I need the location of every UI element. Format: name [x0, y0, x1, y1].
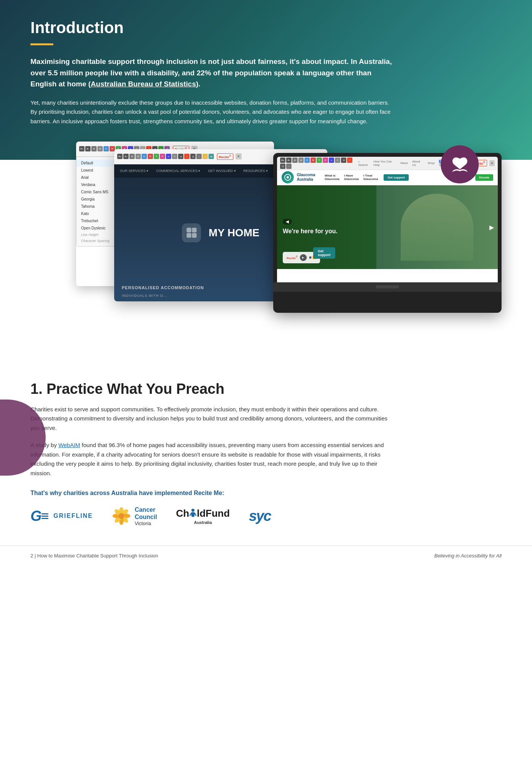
close-btn-glaucoma[interactable]: ✕ [489, 160, 495, 166]
glaucoma-logo: GlaucomaAustralia [282, 171, 315, 183]
myhome-subtitle: INDIVIDUALS WITH D... [122, 294, 167, 298]
intro-normal-paragraph: Yet, many charities unintentionally excl… [30, 98, 396, 126]
cancer-council-logo: CancerCouncil Victoria [112, 506, 157, 526]
svg-rect-0 [186, 228, 191, 232]
childfund-main-text: Ch ldFund [176, 508, 230, 519]
heart-hand-icon [441, 145, 479, 183]
griefline-name: GRIEFLINE [54, 513, 93, 519]
page-footer: 2 | How to Maximise Charitable Support T… [0, 545, 532, 565]
charities-label: That's why charities across Australia ha… [30, 490, 502, 497]
section-1: 1. Practice What You Preach Charities ex… [0, 362, 532, 545]
griefline-logo: G GRIEFLINE [30, 509, 93, 523]
laptop-notch [376, 285, 399, 288]
glaucoma-logo-circle [282, 171, 294, 183]
myhome-nav-ourservices[interactable]: OUR SERVICES ▾ [120, 169, 148, 173]
cancer-council-title: CancerCouncil [135, 506, 157, 521]
section-1-para2: A study by WebAIM found that 96.3% of ho… [30, 441, 396, 478]
childfund-text: Ch ldFund Australia [176, 508, 230, 525]
glaucoma-getsupport-btn[interactable]: Get support [384, 174, 408, 181]
svg-point-15 [191, 509, 194, 512]
myhome-logo-area: MY HOME [182, 223, 259, 242]
glaucoma-nav-whatis[interactable]: What isGlaucoma [325, 174, 339, 181]
svg-rect-3 [192, 233, 196, 238]
childfund-logo: Ch ldFund Australia [176, 508, 230, 525]
close-btn-myhome[interactable]: ✕ [236, 153, 242, 159]
section-1-para1: Charities exist to serve and support com… [30, 405, 396, 433]
glaucoma-name: GlaucomaAustralia [297, 173, 315, 182]
heading-underline [30, 43, 53, 45]
myhome-logo-text: MY HOME [209, 227, 259, 239]
webaim-link[interactable]: WebAIM [58, 442, 80, 448]
myhome-nav-getinvolved[interactable]: GET INVOLVED ▾ [208, 169, 236, 173]
cancer-council-text: CancerCouncil Victoria [135, 506, 157, 526]
hero-next-arrow[interactable]: ▶ [489, 223, 494, 231]
myhome-icon [182, 223, 201, 242]
myhome-bottom-text: PERSONALISED ACCOMMODATION [122, 285, 204, 290]
glaucoma-hero-image [376, 185, 498, 269]
cancer-council-subtitle: Victoria [135, 521, 157, 526]
myhome-nav-resources[interactable]: RESOURCES ▾ [244, 169, 268, 173]
glaucoma-hero-text: ◀ We're here for you. [283, 219, 338, 236]
play-btn[interactable]: ▶ [300, 254, 307, 261]
glaucoma-nav-links: What isGlaucoma I HaveGlaucoma I TreatGl… [325, 174, 378, 181]
childfund-child-icon [190, 508, 196, 519]
svg-point-14 [118, 513, 124, 519]
svg-point-5 [287, 176, 289, 178]
screenshot-showcase: A+ A- A A C R T F + ≡ ○ □ ☆ ↩ ⬡ Recite® [30, 142, 502, 317]
svg-line-16 [190, 513, 191, 516]
footer-tagline: Believing in Accessibility for All [434, 553, 502, 559]
svg-line-17 [195, 513, 196, 516]
recite-logo-myhome: Recite® [217, 153, 233, 160]
intro-heading: Introduction [30, 19, 502, 37]
glaucoma-nav-itreat[interactable]: I TreatGlaucoma [363, 174, 378, 181]
syc-logo: syc [249, 508, 271, 524]
svg-rect-2 [186, 233, 191, 238]
section-1-heading: 1. Practice What You Preach [30, 381, 502, 397]
charity-logos-row: G GRIEFLINE [30, 506, 502, 526]
svg-rect-1 [192, 228, 196, 232]
intro-bold-paragraph: Maximising charitable support through in… [30, 56, 396, 89]
glaucoma-nav-ihave[interactable]: I HaveGlaucoma [344, 174, 359, 181]
griefline-g-letter: G [30, 509, 42, 523]
footer-page-info: 2 | How to Maximise Charitable Support T… [30, 553, 158, 559]
glaucoma-donate-btn[interactable]: Donate [475, 174, 493, 181]
abs-link[interactable]: Australian Bureau of Statistics [91, 80, 196, 88]
childfund-australia-text: Australia [176, 520, 230, 525]
cancer-council-flower-icon [112, 506, 131, 525]
syc-logo-text: syc [249, 508, 271, 524]
glaucoma-hero: ◀ We're here for you. ▶ Recite® ▶ ◼ ⏩ [277, 185, 498, 269]
laptop-base [273, 282, 502, 292]
griefline-lines [41, 513, 48, 519]
myhome-nav-commercial[interactable]: COMMERCIAL SERVICES ▾ [156, 169, 200, 173]
